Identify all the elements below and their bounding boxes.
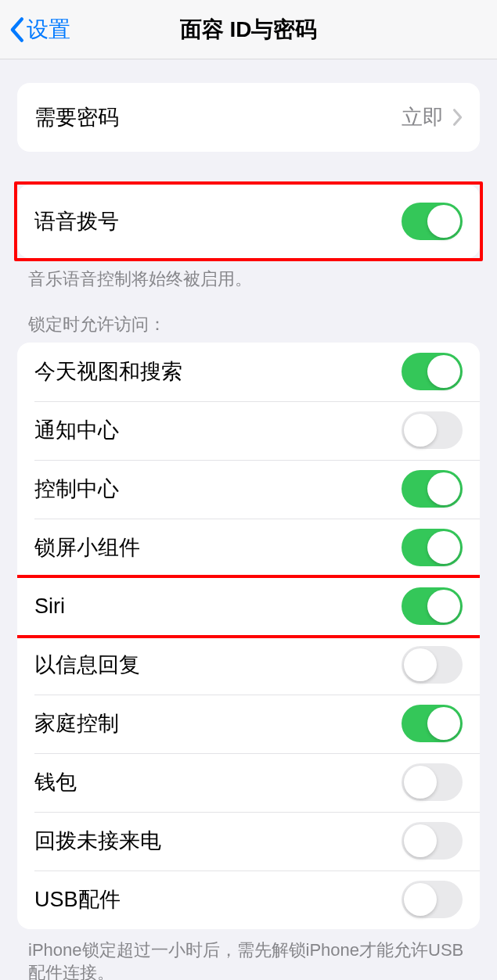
lock-access-header: 锁定时允许访问：: [28, 313, 469, 336]
lock-access-label: 以信息回复: [34, 651, 402, 679]
require-passcode-label: 需要密码: [34, 103, 402, 131]
lock-access-toggle[interactable]: [402, 763, 463, 801]
lock-access-label: 钱包: [34, 768, 402, 796]
voice-dial-label: 语音拨号: [34, 207, 402, 235]
lock-access-toggle[interactable]: [402, 587, 463, 625]
lock-access-toggle[interactable]: [402, 411, 463, 449]
lock-access-toggle[interactable]: [402, 646, 463, 684]
lock-access-label: 家庭控制: [34, 709, 402, 738]
lock-access-row[interactable]: 今天视图和搜索: [17, 343, 480, 401]
lock-access-toggle[interactable]: [402, 470, 463, 508]
lock-access-label: 通知中心: [34, 416, 402, 444]
back-button[interactable]: 设置: [8, 15, 70, 45]
lock-access-label: 回拨未接来电: [34, 827, 402, 855]
lock-access-group: 今天视图和搜索通知中心控制中心锁屏小组件Siri以信息回复家庭控制钱包回拨未接来…: [17, 343, 480, 929]
lock-access-toggle[interactable]: [402, 353, 463, 390]
lock-access-toggle[interactable]: [402, 529, 463, 566]
lock-access-label: USB配件: [34, 885, 402, 914]
require-passcode-group: 需要密码 立即: [17, 83, 480, 152]
lock-access-label: 今天视图和搜索: [34, 357, 402, 386]
lock-access-row[interactable]: 钱包: [17, 753, 480, 812]
lock-access-row[interactable]: USB配件: [17, 871, 480, 929]
lock-access-row[interactable]: Siri: [17, 577, 480, 636]
lock-access-row[interactable]: 以信息回复: [17, 636, 480, 695]
lock-access-toggle[interactable]: [402, 705, 463, 742]
lock-access-row[interactable]: 家庭控制: [17, 695, 480, 753]
lock-access-label: Siri: [34, 594, 402, 619]
voice-dial-row[interactable]: 语音拨号: [17, 185, 480, 258]
lock-access-toggle[interactable]: [402, 881, 463, 918]
lock-access-row[interactable]: 控制中心: [17, 460, 480, 519]
voice-dial-footer: 音乐语音控制将始终被启用。: [28, 267, 469, 291]
page-title: 面容 ID与密码: [0, 15, 497, 45]
lock-access-row[interactable]: 回拨未接来电: [17, 812, 480, 871]
nav-bar: 设置 面容 ID与密码: [0, 0, 497, 59]
chevron-left-icon: [8, 16, 25, 43]
lock-access-row[interactable]: 通知中心: [17, 401, 480, 460]
lock-access-footer: iPhone锁定超过一小时后，需先解锁iPhone才能允许USB配件连接。: [28, 939, 469, 980]
chevron-right-icon: [452, 108, 463, 127]
lock-access-label: 控制中心: [34, 475, 402, 503]
voice-dial-toggle[interactable]: [402, 203, 463, 240]
require-passcode-value: 立即: [402, 103, 444, 131]
voice-dial-group: 语音拨号: [17, 185, 480, 258]
lock-access-row[interactable]: 锁屏小组件: [17, 519, 480, 577]
lock-access-toggle[interactable]: [402, 822, 463, 860]
require-passcode-row[interactable]: 需要密码 立即: [17, 83, 480, 152]
back-label: 设置: [27, 15, 70, 45]
lock-access-label: 锁屏小组件: [34, 533, 402, 562]
